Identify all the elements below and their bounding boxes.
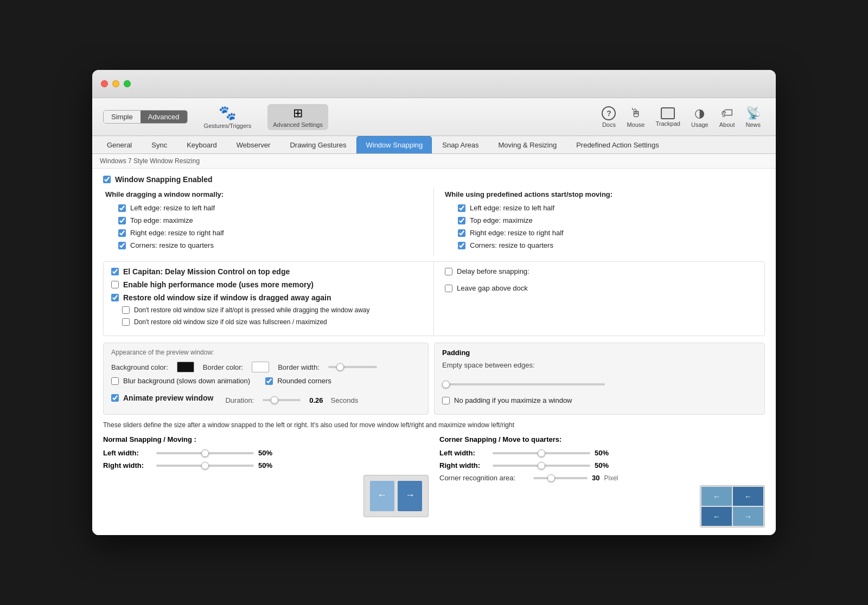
normal-right-width-slider[interactable]: [156, 465, 254, 467]
blur-bg-checkbox[interactable]: [111, 377, 119, 385]
animate-row: Animate preview window Duration: 0.26 Se…: [111, 394, 420, 407]
maximize-button[interactable]: [124, 80, 131, 87]
about-label: About: [719, 121, 735, 128]
appearance-padding-grid: Appearance of the preview window: Backgr…: [103, 343, 765, 415]
simple-mode-button[interactable]: Simple: [104, 111, 141, 123]
tab-snap-areas[interactable]: Snap Areas: [433, 136, 488, 153]
drag-right-checkbox[interactable]: [118, 229, 126, 237]
corner-preview-img: ← ← ← →: [700, 485, 765, 527]
drag-right-row: Right edge: resize to right half: [118, 229, 426, 237]
toolbar-gestures[interactable]: 🐾 Gestures/Triggers: [199, 102, 257, 131]
delay-snapping-label: Delay before snapping:: [457, 267, 529, 275]
docs-icon: ?: [602, 106, 616, 120]
restore-size-label: Restore old window size if window is dra…: [123, 293, 331, 302]
news-icon: 📡: [746, 106, 761, 120]
duration-slider[interactable]: [263, 399, 301, 401]
corner-left-width-label: Left width:: [439, 449, 488, 457]
while-dragging-options: Left edge: resize to left half Top edge:…: [118, 204, 426, 249]
pred-left-checkbox[interactable]: [458, 204, 465, 212]
duration-value: 0.26: [309, 396, 323, 404]
rounded-corners-row: Rounded corners: [265, 377, 331, 385]
high-perf-checkbox[interactable]: [111, 281, 119, 288]
dont-restore-fullscreen-checkbox[interactable]: [122, 318, 130, 326]
tab-window-snapping[interactable]: Window Snapping: [356, 136, 432, 153]
pred-corners-label: Corners: resize to quarters: [470, 241, 553, 249]
rounded-corners-checkbox[interactable]: [265, 377, 273, 385]
tab-predefined-action-settings[interactable]: Predefined Action Settings: [567, 136, 668, 153]
el-capitan-checkbox[interactable]: [111, 268, 119, 275]
tab-drawing-gestures[interactable]: Drawing Gestures: [280, 136, 355, 153]
traffic-lights: [101, 80, 131, 87]
pred-right-checkbox[interactable]: [458, 229, 465, 237]
duration-unit: Seconds: [331, 396, 359, 404]
tab-webserver[interactable]: Webserver: [227, 136, 280, 153]
toolbar-about[interactable]: 🏷 About: [715, 104, 739, 130]
no-padding-maximize-checkbox[interactable]: [442, 397, 450, 404]
drag-left-checkbox[interactable]: [118, 204, 126, 212]
pred-top-label: Top edge: maximize: [470, 216, 533, 224]
main-content: Window Snapping Enabled While dragging a…: [92, 169, 776, 338]
appearance-section: Appearance of the preview window: Backgr…: [103, 343, 429, 415]
mouse-label: Mouse: [627, 121, 644, 128]
leave-gap-row: Leave gap above dock: [445, 284, 754, 292]
border-width-slider[interactable]: [328, 366, 377, 368]
restore-size-checkbox[interactable]: [111, 294, 119, 301]
titlebar: [92, 70, 776, 98]
corner-snapping-col: Corner Snapping / Move to quarters: Left…: [439, 435, 765, 527]
corner-area-row: Corner recognition area: 30 Pixel: [439, 474, 765, 482]
normal-left-width-slider[interactable]: [156, 452, 254, 454]
padding-section: Padding Empty space between edges: No pa…: [434, 343, 765, 415]
el-capitan-label: El Capitan: Delay Mission Control on top…: [123, 267, 290, 276]
about-icon: 🏷: [721, 106, 733, 120]
while-dragging-title: While dragging a window normally:: [105, 190, 426, 198]
border-color-box[interactable]: [252, 362, 269, 372]
toolbar-docs[interactable]: ? Docs: [597, 104, 620, 130]
border-width-label: Border width:: [278, 363, 320, 371]
news-label: News: [745, 121, 761, 128]
corner-right-width-slider[interactable]: [493, 465, 590, 467]
tab-sync[interactable]: Sync: [142, 136, 176, 153]
dont-restore-alt-row: Don't restore old window size if alt/opt…: [122, 306, 426, 314]
bg-color-box[interactable]: [177, 362, 194, 372]
drag-top-checkbox[interactable]: [118, 217, 126, 224]
pred-corners-checkbox[interactable]: [458, 242, 465, 249]
toolbar-trackpad[interactable]: Trackpad: [651, 105, 684, 129]
el-capitan-row: El Capitan: Delay Mission Control on top…: [111, 267, 426, 276]
toolbar-mouse[interactable]: 🖱 Mouse: [622, 104, 649, 130]
window-snapping-enabled-label: Window Snapping Enabled: [115, 175, 213, 184]
docs-label: Docs: [602, 121, 616, 128]
dont-restore-alt-checkbox[interactable]: [122, 306, 130, 314]
minimize-button[interactable]: [112, 80, 119, 87]
leave-gap-checkbox[interactable]: [445, 285, 452, 292]
pred-corners-row: Corners: resize to quarters: [458, 241, 763, 249]
drag-corners-checkbox[interactable]: [118, 242, 126, 249]
corner-area-unit: Pixel: [604, 474, 618, 482]
corner-preview-cell-1: ←: [701, 487, 732, 506]
toolbar-usage[interactable]: ◑ Usage: [687, 104, 713, 130]
pred-top-checkbox[interactable]: [458, 217, 465, 224]
normal-snapping-col: Normal Snapping / Moving : Left width: 5…: [103, 435, 429, 527]
corner-right-width-label: Right width:: [439, 461, 488, 469]
tab-moving-resizing[interactable]: Moving & Resizing: [489, 136, 566, 153]
normal-snapping-title: Normal Snapping / Moving :: [103, 435, 429, 443]
restore-size-row: Restore old window size if window is dra…: [111, 293, 426, 302]
no-padding-maximize-label: No padding if you maximize a window: [454, 396, 572, 404]
close-button[interactable]: [101, 80, 108, 87]
while-predefined-section: While using predefined actions start/sto…: [434, 188, 765, 256]
content-area: Windows 7 Style Window Resizing Window S…: [92, 154, 776, 535]
no-padding-maximize-row: No padding if you maximize a window: [442, 396, 757, 404]
delay-snapping-checkbox[interactable]: [445, 268, 452, 275]
extra-options-left: El Capitan: Delay Mission Control on top…: [104, 262, 434, 336]
animate-preview-checkbox[interactable]: [111, 394, 119, 402]
window-snapping-enabled-checkbox[interactable]: [103, 176, 111, 183]
corner-area-slider[interactable]: [533, 477, 588, 479]
while-predefined-title: While using predefined actions start/sto…: [445, 190, 763, 198]
toolbar-advanced-settings[interactable]: ⊞ Advanced Settings: [267, 104, 328, 130]
tab-keyboard[interactable]: Keyboard: [177, 136, 226, 153]
advanced-mode-button[interactable]: Advanced: [141, 111, 187, 123]
padding-slider[interactable]: [442, 383, 605, 385]
blur-bg-row: Blur background (slows down animation): [111, 377, 250, 385]
corner-left-width-slider[interactable]: [493, 452, 590, 454]
tab-general[interactable]: General: [98, 136, 141, 153]
toolbar-news[interactable]: 📡 News: [741, 104, 765, 130]
